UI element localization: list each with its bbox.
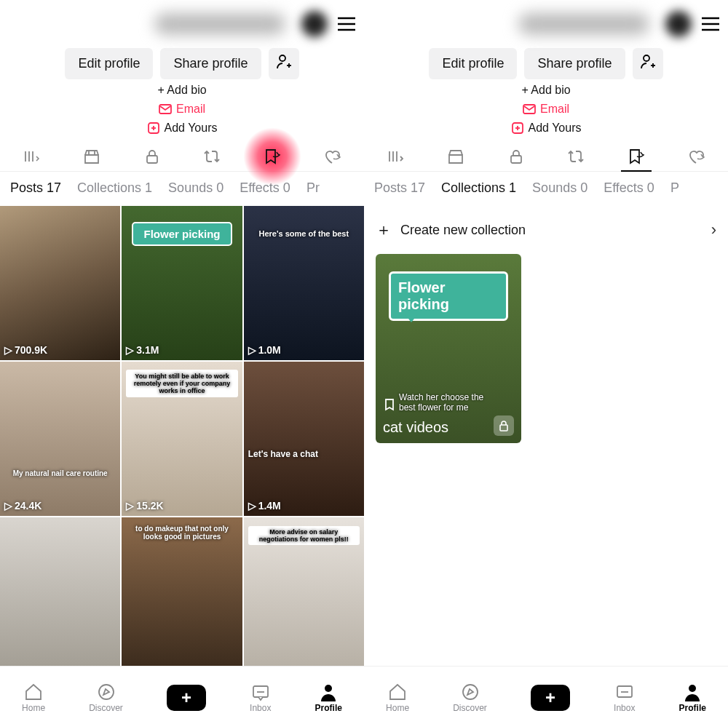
tab-liked-hidden[interactable]: [302, 148, 363, 164]
add-friend-button[interactable]: [633, 48, 663, 79]
post-tile[interactable]: My natural nail care routine▷ 24.4K: [0, 362, 120, 516]
add-yours-icon: [147, 122, 160, 135]
add-bio-button[interactable]: + Add bio: [157, 84, 206, 97]
bookmark-icon: [383, 398, 396, 411]
tab-effects[interactable]: Effects 0: [240, 180, 290, 196]
nav-profile[interactable]: Profile: [679, 683, 706, 713]
tab-sounds[interactable]: Sounds 0: [168, 180, 223, 196]
username-blurred: [154, 13, 285, 35]
create-collection-button[interactable]: ＋ Create new collection ›: [364, 206, 728, 254]
plus-icon: +: [545, 689, 555, 707]
tab-posts[interactable]: Posts 17: [10, 180, 61, 196]
add-yours-icon: [511, 122, 524, 135]
header-bar: [0, 0, 364, 48]
add-yours-button[interactable]: Add Yours: [147, 122, 218, 135]
svg-point-14: [99, 685, 114, 699]
nav-profile[interactable]: Profile: [315, 683, 342, 713]
person-plus-icon: [276, 54, 292, 70]
tab-shop[interactable]: [426, 148, 486, 164]
avatar[interactable]: [301, 11, 328, 37]
username-blurred: [518, 13, 649, 35]
post-tile[interactable]: More advise on salary negotiations for w…: [244, 517, 364, 666]
tab-posts[interactable]: Posts 17: [374, 180, 425, 196]
svg-rect-32: [500, 425, 507, 431]
post-tile[interactable]: to do makeup that not only looks good in…: [122, 517, 242, 666]
nav-discover[interactable]: Discover: [89, 683, 123, 713]
add-yours-button[interactable]: Add Yours: [511, 122, 582, 135]
share-profile-button[interactable]: Share profile: [160, 48, 261, 79]
nav-create[interactable]: +: [531, 685, 570, 711]
svg-point-17: [325, 685, 332, 692]
tab-shop[interactable]: [62, 148, 122, 164]
phone-right: Edit profile Share profile + Add bio Ema…: [364, 0, 728, 724]
svg-point-36: [689, 685, 696, 692]
email-button[interactable]: Email: [523, 103, 569, 116]
avatar[interactable]: [665, 11, 692, 37]
post-tile[interactable]: [0, 517, 120, 666]
chevron-right-icon: ›: [711, 220, 716, 239]
svg-point-33: [463, 685, 478, 699]
post-tile[interactable]: Here's some of the best▷ 1.0M: [244, 206, 364, 360]
tab-sort[interactable]: [1, 148, 62, 164]
collection-private-icon: [494, 415, 514, 436]
mail-icon: [159, 104, 172, 114]
add-friend-button[interactable]: [269, 48, 299, 79]
tab-private[interactable]: [486, 148, 546, 164]
posts-grid: ▷ 700.9K Flower picking▷ 3.1M Here's som…: [0, 206, 364, 666]
tab-bookmarks[interactable]: [606, 148, 667, 165]
post-tile[interactable]: ▷ 700.9K: [0, 206, 120, 360]
menu-icon[interactable]: [700, 15, 721, 33]
tab-liked-hidden[interactable]: [666, 148, 727, 164]
tab-sounds[interactable]: Sounds 0: [532, 180, 587, 196]
add-bio-button[interactable]: + Add bio: [521, 84, 570, 97]
tab-collections[interactable]: Collections 1: [441, 180, 516, 196]
edit-profile-button[interactable]: Edit profile: [429, 48, 517, 79]
edit-profile-button[interactable]: Edit profile: [65, 48, 153, 79]
tab-reposts[interactable]: [182, 148, 242, 164]
nav-inbox[interactable]: Inbox: [614, 683, 635, 713]
nav-discover[interactable]: Discover: [453, 683, 487, 713]
menu-icon[interactable]: [336, 15, 357, 33]
content-tabs: Posts 17 Collections 1 Sounds 0 Effects …: [0, 172, 364, 206]
svg-rect-13: [147, 156, 157, 163]
tab-collections[interactable]: Collections 1: [77, 180, 152, 196]
svg-rect-31: [511, 156, 521, 163]
email-button[interactable]: Email: [159, 103, 205, 116]
profile-tab-stripe: [0, 142, 364, 172]
share-profile-button[interactable]: Share profile: [524, 48, 625, 79]
plus-icon: ＋: [376, 219, 392, 241]
svg-point-3: [280, 55, 285, 61]
person-plus-icon: [640, 54, 656, 70]
nav-inbox[interactable]: Inbox: [250, 683, 271, 713]
bottom-nav: Home Discover + Inbox Profile: [0, 666, 364, 724]
post-tile[interactable]: Let's have a chat▷ 1.4M: [244, 362, 364, 516]
tab-private[interactable]: [122, 148, 182, 164]
svg-point-21: [644, 55, 649, 61]
view-count: ▷ 700.9K: [4, 344, 47, 356]
post-tile[interactable]: Flower picking▷ 3.1M: [122, 206, 242, 360]
collection-name: cat videos: [383, 419, 448, 436]
tab-sort[interactable]: [365, 148, 426, 164]
tab-more[interactable]: P: [670, 180, 679, 196]
nav-home[interactable]: Home: [22, 683, 45, 713]
nav-home[interactable]: Home: [386, 683, 409, 713]
post-tile[interactable]: You might still be able to work remotely…: [122, 362, 242, 516]
plus-icon: +: [181, 689, 191, 707]
nav-create[interactable]: +: [167, 685, 206, 711]
tab-more[interactable]: Pr: [306, 180, 320, 196]
tab-effects[interactable]: Effects 0: [604, 180, 654, 196]
collection-card[interactable]: Flower picking Watch her choose the best…: [376, 254, 521, 443]
tab-bookmarks[interactable]: [242, 148, 303, 165]
phone-left: Edit profile Share profile + Add bio Ema…: [0, 0, 364, 724]
collection-bubble: Flower picking: [389, 271, 508, 321]
mail-icon: [523, 104, 536, 114]
tab-reposts[interactable]: [546, 148, 606, 164]
